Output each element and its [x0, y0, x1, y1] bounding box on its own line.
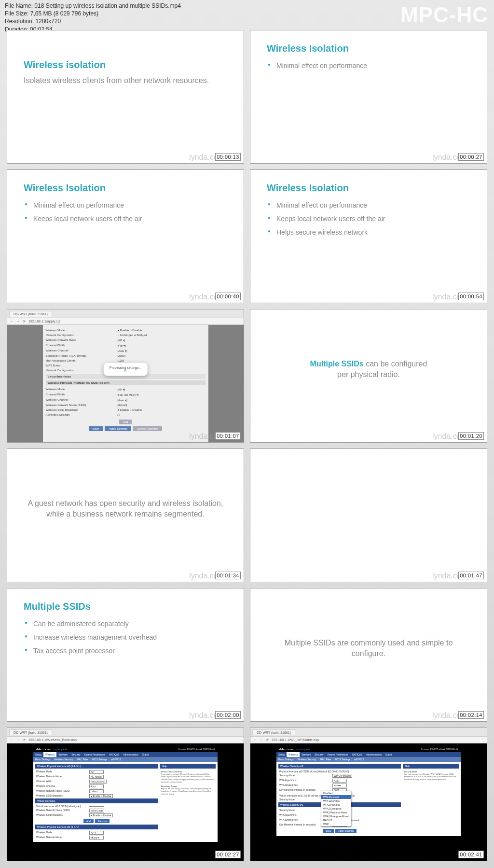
browser-address-bar[interactable]: ← → ⟳ 192.168.1.1/Wireless_Basic.asp	[7, 737, 244, 743]
thumbnail-7[interactable]: A guest network has open security and wi…	[7, 448, 244, 582]
file-metadata: File Name: 018 Setting up wireless isola…	[5, 2, 181, 33]
thumbnail-5[interactable]: DD-WRT (build 21061) ← → ⟳ 192.168.1.1/a…	[7, 309, 244, 443]
slide-title: Wireless Isolation	[24, 182, 227, 194]
timestamp: 00:01:20	[458, 432, 484, 440]
nav-arrows-icon: ← → ⟳	[10, 738, 27, 742]
thumbnail-grid: Wireless isolation Isolates wireless cli…	[7, 30, 487, 861]
processing-popup: Processing settings...⟳	[104, 363, 148, 376]
timestamp: 00:02:27	[215, 851, 241, 858]
bullet: Minimal effect on performance	[24, 198, 227, 212]
timestamp: 00:02:14	[458, 711, 484, 719]
bullet: Can be administered separately	[24, 617, 227, 630]
timestamp: 00:00:13	[215, 153, 241, 161]
timestamp: 00:02:00	[215, 711, 241, 719]
browser-tab[interactable]: DD-WRT (build 21061)	[252, 729, 295, 735]
slide-title: Wireless Isolation	[267, 43, 470, 54]
bullet: Minimal effect on performance	[267, 59, 470, 72]
thumbnail-4[interactable]: Wireless Isolation Minimal effect on per…	[250, 169, 487, 303]
thumbnail-2[interactable]: Wireless Isolation Minimal effect on per…	[250, 30, 487, 164]
slide-title: Multiple SSIDs	[24, 601, 227, 612]
thumbnail-11[interactable]: DD-WRT (build 21061) ← → ⟳ 192.168.1.1/W…	[7, 728, 244, 861]
timestamp: 00:00:54	[458, 293, 484, 300]
bullet: Tax access point processor	[24, 644, 227, 658]
timestamp: 00:01:47	[458, 572, 484, 579]
thumbnail-12[interactable]: DD-WRT (build 21061) ← → ⟳ 192.168.1.1/W…	[250, 728, 487, 861]
timestamp: 00:02:41	[458, 851, 484, 858]
thumbnail-6[interactable]: Multiple SSIDs can be configuredper phys…	[250, 309, 487, 443]
timestamp: 00:00:27	[458, 153, 484, 161]
browser-tab-bar: DD-WRT (build 21061)	[7, 728, 244, 737]
security-mode-dropdown[interactable]: DisabledWPA PersonalWPA EnterpriseWPA2 P…	[321, 791, 351, 826]
timestamp: 00:01:34	[215, 572, 241, 579]
thumbnail-8[interactable]: lynda.com 00:01:47	[250, 448, 487, 582]
timestamp: 00:00:40	[215, 293, 241, 300]
bullet: Helps secure wireless network	[267, 225, 470, 239]
mpc-hc-logo: MPC-HC	[400, 3, 488, 27]
browser-tab-bar: DD-WRT (build 21061)	[250, 728, 487, 737]
bullet: Keeps local network users off the air	[24, 212, 227, 225]
slide-subtitle: Isolates wireless clients from other net…	[24, 75, 227, 86]
center-text: A guest network has open security and wi…	[25, 498, 226, 519]
browser-address-bar[interactable]: ← → ⟳ 192.168.1.1/WL_WPATable.asp	[250, 737, 487, 743]
bullet: Minimal effect on performance	[267, 198, 470, 212]
browser-tab[interactable]: DD-WRT (build 21061)	[9, 311, 52, 317]
center-text: Multiple SSIDs can be configuredper phys…	[268, 358, 469, 380]
center-text: Multiple SSIDs are commonly used and sim…	[268, 637, 469, 659]
bullet: Increase wireless management overhead	[24, 630, 227, 644]
browser-tab-bar: DD-WRT (build 21061)	[7, 309, 244, 318]
thumbnail-9[interactable]: Multiple SSIDs Can be administered separ…	[7, 588, 244, 722]
bullet: Keeps local network users off the air	[267, 212, 470, 225]
nav-arrows-icon: ← → ⟳	[10, 320, 27, 323]
thumbnail-3[interactable]: Wireless Isolation Minimal effect on per…	[7, 169, 244, 303]
slide-title: Wireless Isolation	[267, 182, 470, 194]
browser-tab[interactable]: DD-WRT (build 21061)	[9, 729, 52, 735]
slide-title: Wireless isolation	[24, 59, 227, 70]
timestamp: 00:01:07	[215, 432, 241, 440]
thumbnail-1[interactable]: Wireless isolation Isolates wireless cli…	[7, 30, 244, 164]
nav-arrows-icon: ← → ⟳	[253, 738, 270, 742]
browser-address-bar[interactable]: ← → ⟳ 192.168.1.1/apply.cgi	[7, 318, 244, 325]
thumbnail-10[interactable]: Multiple SSIDs are commonly used and sim…	[250, 588, 487, 722]
